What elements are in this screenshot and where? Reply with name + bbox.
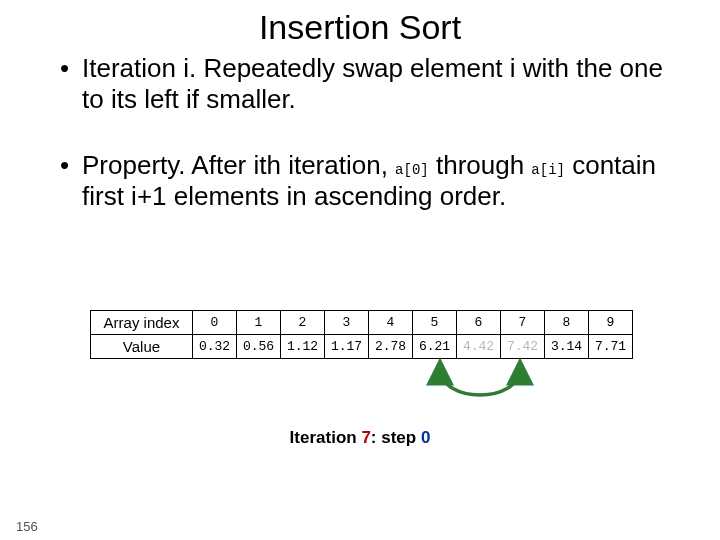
val-2: 1.12	[281, 335, 325, 359]
idx-0: 0	[193, 311, 237, 335]
val-0: 0.32	[193, 335, 237, 359]
idx-5: 5	[413, 311, 457, 335]
idx-3: 3	[325, 311, 369, 335]
iter-num: 7	[361, 428, 370, 447]
row-label-index: Array index	[91, 311, 193, 335]
idx-9: 9	[589, 311, 633, 335]
bullet-list: Iteration i. Repeatedly swap element i w…	[60, 53, 680, 212]
val-4: 2.78	[369, 335, 413, 359]
array-table: Array index 0 1 2 3 4 5 6 7 8 9 Value 0.…	[90, 310, 633, 359]
slide: Insertion Sort Iteration i. Repeatedly s…	[0, 8, 720, 540]
idx-2: 2	[281, 311, 325, 335]
val-7: 7.42	[501, 335, 545, 359]
value-row: Value 0.32 0.56 1.12 1.17 2.78 6.21 4.42…	[91, 335, 633, 359]
val-1: 0.56	[237, 335, 281, 359]
idx-4: 4	[369, 311, 413, 335]
code-ai: a[i]	[531, 162, 565, 178]
iter-step: 0	[421, 428, 430, 447]
iteration-label: Iteration 7: step 0	[0, 428, 720, 448]
val-3: 1.17	[325, 335, 369, 359]
page-number: 156	[16, 519, 38, 534]
bullet-1: Iteration i. Repeatedly swap element i w…	[60, 53, 680, 114]
iter-prefix: Iteration	[290, 428, 362, 447]
val-9: 7.71	[589, 335, 633, 359]
index-row: Array index 0 1 2 3 4 5 6 7 8 9	[91, 311, 633, 335]
val-8: 3.14	[545, 335, 589, 359]
code-a0: a[0]	[395, 162, 429, 178]
idx-1: 1	[237, 311, 281, 335]
bullet-2: Property. After ith iteration, a[0] thro…	[60, 150, 680, 211]
idx-7: 7	[501, 311, 545, 335]
row-label-value: Value	[91, 335, 193, 359]
idx-6: 6	[457, 311, 501, 335]
page-title: Insertion Sort	[0, 8, 720, 47]
bullet-1-text: Iteration i. Repeatedly swap element i w…	[82, 53, 663, 114]
swap-arrow-icon	[410, 364, 550, 414]
iter-mid: : step	[371, 428, 421, 447]
idx-8: 8	[545, 311, 589, 335]
bullet-2-text-a: Property. After ith iteration,	[82, 150, 395, 180]
bullet-2-text-b: through	[429, 150, 532, 180]
val-6: 4.42	[457, 335, 501, 359]
val-5: 6.21	[413, 335, 457, 359]
